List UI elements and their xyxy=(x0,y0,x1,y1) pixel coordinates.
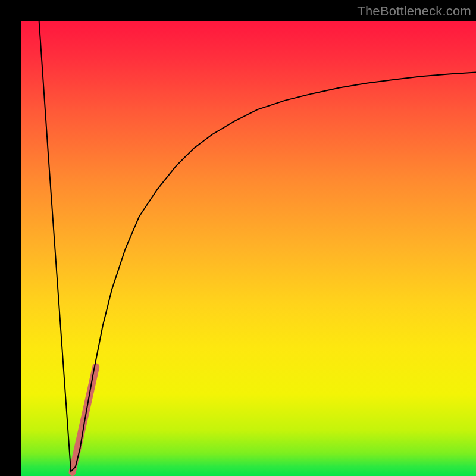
chart-frame: TheBottleneck.com xyxy=(0,0,476,476)
watermark-text: TheBottleneck.com xyxy=(357,4,471,19)
highlight-segment xyxy=(72,367,96,472)
chart-svg xyxy=(21,21,476,476)
curve-main xyxy=(39,21,476,471)
series-group xyxy=(39,21,476,472)
